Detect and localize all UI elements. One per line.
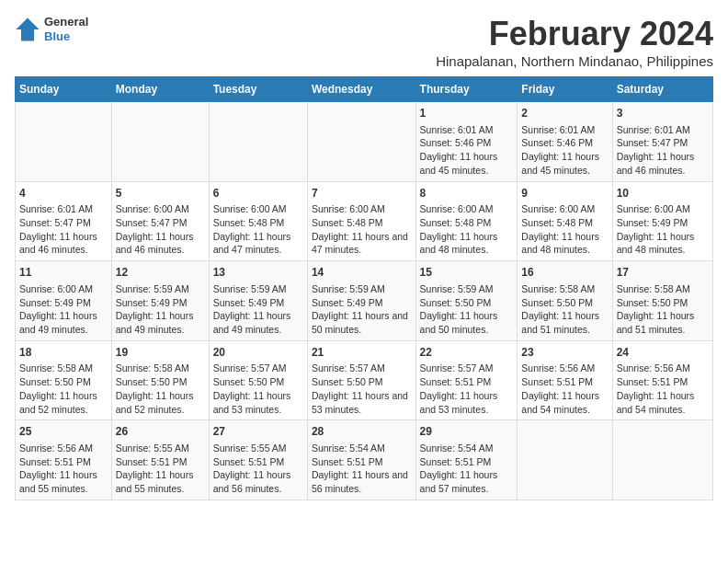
day-info: Sunrise: 5:56 AMSunset: 5:51 PMDaylight:…	[19, 442, 108, 496]
logo-icon	[15, 17, 40, 42]
day-number: 3	[617, 106, 709, 121]
day-info: Sunrise: 6:00 AMSunset: 5:48 PMDaylight:…	[521, 202, 608, 257]
day-info: Sunrise: 6:00 AMSunset: 5:49 PMDaylight:…	[19, 282, 108, 337]
day-number: 12	[116, 265, 205, 281]
calendar-cell: 29Sunrise: 5:54 AMSunset: 5:51 PMDayligh…	[415, 420, 518, 500]
day-number: 4	[19, 186, 108, 201]
day-info: Sunrise: 5:58 AMSunset: 5:50 PMDaylight:…	[521, 282, 608, 337]
day-number: 2	[521, 106, 608, 121]
calendar-cell: 22Sunrise: 5:57 AMSunset: 5:51 PMDayligh…	[415, 340, 518, 420]
calendar-cell: 20Sunrise: 5:57 AMSunset: 5:50 PMDayligh…	[209, 340, 307, 420]
day-number: 7	[312, 186, 412, 201]
day-number: 1	[420, 106, 514, 121]
subtitle: Hinapalanan, Northern Mindanao, Philippi…	[436, 53, 713, 69]
day-info: Sunrise: 6:01 AMSunset: 5:47 PMDaylight:…	[19, 202, 108, 257]
day-info: Sunrise: 6:00 AMSunset: 5:48 PMDaylight:…	[213, 202, 303, 257]
calendar-cell: 24Sunrise: 5:56 AMSunset: 5:51 PMDayligh…	[612, 340, 712, 420]
day-number: 11	[19, 265, 108, 281]
day-number: 18	[19, 345, 108, 361]
logo: General Blue	[15, 15, 88, 43]
calendar-cell	[307, 102, 415, 182]
header-sunday: Sunday	[16, 77, 112, 102]
day-info: Sunrise: 5:59 AMSunset: 5:49 PMDaylight:…	[312, 282, 412, 337]
week-row-5: 25Sunrise: 5:56 AMSunset: 5:51 PMDayligh…	[16, 420, 713, 500]
day-number: 15	[420, 265, 514, 281]
day-info: Sunrise: 5:56 AMSunset: 5:51 PMDaylight:…	[521, 362, 608, 416]
calendar-cell: 28Sunrise: 5:54 AMSunset: 5:51 PMDayligh…	[307, 420, 415, 500]
day-info: Sunrise: 5:54 AMSunset: 5:51 PMDaylight:…	[312, 442, 412, 496]
day-number: 29	[420, 424, 514, 440]
calendar-cell: 19Sunrise: 5:58 AMSunset: 5:50 PMDayligh…	[111, 340, 209, 420]
calendar-cell: 17Sunrise: 5:58 AMSunset: 5:50 PMDayligh…	[612, 261, 712, 341]
header-friday: Friday	[518, 77, 612, 102]
header-wednesday: Wednesday	[307, 77, 415, 102]
calendar-cell: 5Sunrise: 6:00 AMSunset: 5:47 PMDaylight…	[111, 181, 209, 261]
day-info: Sunrise: 5:55 AMSunset: 5:51 PMDaylight:…	[116, 442, 205, 496]
day-info: Sunrise: 6:00 AMSunset: 5:49 PMDaylight:…	[617, 202, 709, 257]
day-number: 27	[213, 424, 303, 440]
calendar-cell: 18Sunrise: 5:58 AMSunset: 5:50 PMDayligh…	[16, 340, 112, 420]
day-number: 19	[116, 345, 205, 361]
day-info: Sunrise: 6:00 AMSunset: 5:48 PMDaylight:…	[312, 202, 412, 257]
day-number: 8	[420, 186, 514, 201]
calendar-cell: 23Sunrise: 5:56 AMSunset: 5:51 PMDayligh…	[518, 340, 612, 420]
day-number: 20	[213, 345, 303, 361]
day-number: 6	[213, 186, 303, 201]
day-info: Sunrise: 5:57 AMSunset: 5:51 PMDaylight:…	[420, 362, 514, 416]
main-title: February 2024	[436, 15, 713, 53]
calendar-cell: 4Sunrise: 6:01 AMSunset: 5:47 PMDaylight…	[16, 181, 112, 261]
calendar-cell: 15Sunrise: 5:59 AMSunset: 5:50 PMDayligh…	[415, 261, 518, 341]
calendar-cell: 25Sunrise: 5:56 AMSunset: 5:51 PMDayligh…	[16, 420, 112, 500]
day-number: 9	[521, 186, 608, 201]
calendar-cell: 27Sunrise: 5:55 AMSunset: 5:51 PMDayligh…	[209, 420, 307, 500]
day-number: 13	[213, 265, 303, 281]
calendar-cell: 6Sunrise: 6:00 AMSunset: 5:48 PMDaylight…	[209, 181, 307, 261]
day-info: Sunrise: 6:00 AMSunset: 5:47 PMDaylight:…	[116, 202, 205, 257]
calendar-cell	[518, 420, 612, 500]
calendar-cell: 14Sunrise: 5:59 AMSunset: 5:49 PMDayligh…	[307, 261, 415, 341]
day-info: Sunrise: 6:00 AMSunset: 5:48 PMDaylight:…	[420, 202, 514, 257]
day-info: Sunrise: 5:59 AMSunset: 5:49 PMDaylight:…	[213, 282, 303, 337]
calendar-cell: 10Sunrise: 6:00 AMSunset: 5:49 PMDayligh…	[612, 181, 712, 261]
day-info: Sunrise: 6:01 AMSunset: 5:46 PMDaylight:…	[521, 123, 608, 178]
calendar-cell: 26Sunrise: 5:55 AMSunset: 5:51 PMDayligh…	[111, 420, 209, 500]
header-saturday: Saturday	[612, 77, 712, 102]
calendar-cell: 2Sunrise: 6:01 AMSunset: 5:46 PMDaylight…	[518, 102, 612, 182]
header-tuesday: Tuesday	[209, 77, 307, 102]
day-number: 21	[312, 345, 412, 361]
day-number: 25	[19, 424, 108, 440]
day-number: 14	[312, 265, 412, 281]
calendar-cell	[612, 420, 712, 500]
day-info: Sunrise: 6:01 AMSunset: 5:46 PMDaylight:…	[420, 123, 514, 178]
day-number: 24	[617, 345, 709, 361]
calendar-cell: 3Sunrise: 6:01 AMSunset: 5:47 PMDaylight…	[612, 102, 712, 182]
calendar-cell: 7Sunrise: 6:00 AMSunset: 5:48 PMDaylight…	[307, 181, 415, 261]
day-info: Sunrise: 5:58 AMSunset: 5:50 PMDaylight:…	[617, 282, 709, 337]
week-row-4: 18Sunrise: 5:58 AMSunset: 5:50 PMDayligh…	[16, 340, 713, 420]
calendar-cell: 16Sunrise: 5:58 AMSunset: 5:50 PMDayligh…	[518, 261, 612, 341]
day-info: Sunrise: 5:54 AMSunset: 5:51 PMDaylight:…	[420, 442, 514, 496]
calendar-cell: 9Sunrise: 6:00 AMSunset: 5:48 PMDaylight…	[518, 181, 612, 261]
day-info: Sunrise: 5:58 AMSunset: 5:50 PMDaylight:…	[116, 362, 205, 416]
calendar-cell	[209, 102, 307, 182]
day-info: Sunrise: 5:55 AMSunset: 5:51 PMDaylight:…	[213, 442, 303, 496]
day-info: Sunrise: 5:59 AMSunset: 5:50 PMDaylight:…	[420, 282, 514, 337]
day-number: 17	[617, 265, 709, 281]
title-section: February 2024 Hinapalanan, Northern Mind…	[436, 15, 713, 69]
day-number: 10	[617, 186, 709, 201]
calendar-header-row: SundayMondayTuesdayWednesdayThursdayFrid…	[16, 77, 713, 102]
calendar-cell: 1Sunrise: 6:01 AMSunset: 5:46 PMDaylight…	[415, 102, 518, 182]
calendar-cell	[16, 102, 112, 182]
day-number: 5	[116, 186, 205, 201]
day-number: 26	[116, 424, 205, 440]
calendar-cell	[111, 102, 209, 182]
calendar-cell: 8Sunrise: 6:00 AMSunset: 5:48 PMDaylight…	[415, 181, 518, 261]
day-number: 28	[312, 424, 412, 440]
day-info: Sunrise: 5:57 AMSunset: 5:50 PMDaylight:…	[213, 362, 303, 416]
day-info: Sunrise: 5:57 AMSunset: 5:50 PMDaylight:…	[312, 362, 412, 416]
week-row-1: 1Sunrise: 6:01 AMSunset: 5:46 PMDaylight…	[16, 102, 713, 182]
week-row-3: 11Sunrise: 6:00 AMSunset: 5:49 PMDayligh…	[16, 261, 713, 341]
day-info: Sunrise: 5:58 AMSunset: 5:50 PMDaylight:…	[19, 362, 108, 416]
day-info: Sunrise: 5:56 AMSunset: 5:51 PMDaylight:…	[617, 362, 709, 416]
calendar-cell: 21Sunrise: 5:57 AMSunset: 5:50 PMDayligh…	[307, 340, 415, 420]
